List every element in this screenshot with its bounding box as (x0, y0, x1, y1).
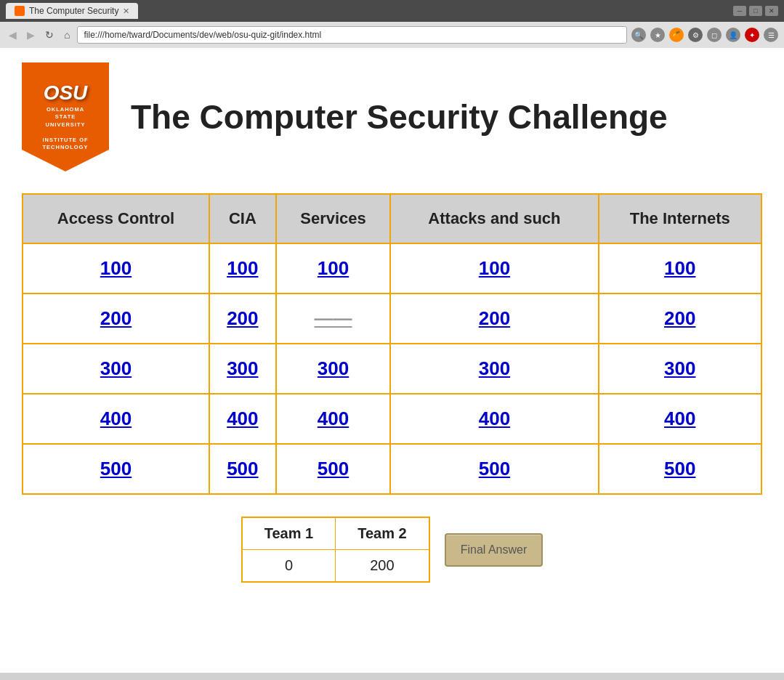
refresh-button[interactable]: ↻ (42, 28, 57, 42)
window-controls: ─ □ ✕ (733, 6, 778, 16)
cell-r2-c1[interactable]: 300 (209, 344, 276, 394)
cell-r0-c2[interactable]: 100 (276, 243, 391, 294)
bookmark-icon[interactable]: ★ (650, 28, 665, 42)
tab-favicon (15, 6, 25, 16)
cell-r2-c3[interactable]: 300 (390, 344, 598, 394)
cell-r0-c4[interactable]: 100 (599, 243, 761, 294)
search-icon[interactable]: 🔍 (631, 28, 646, 42)
title-bar: The Computer Security ✕ ─ □ ✕ (0, 0, 784, 22)
category-4: The Internets (599, 194, 761, 243)
cell-r1-c0[interactable]: 200 (23, 294, 209, 344)
address-bar[interactable] (77, 26, 627, 44)
cell-r4-c1[interactable]: 500 (209, 444, 276, 494)
back-button[interactable]: ◀ (6, 28, 20, 42)
category-0: Access Control (23, 194, 209, 243)
scoreboard-table: Team 1 Team 2 0 200 (241, 517, 430, 583)
minimize-button[interactable]: ─ (733, 6, 746, 16)
table-row: 200200——200200 (23, 294, 761, 344)
table-row: 400400400400400 (23, 394, 761, 444)
university-logo: OSU OKLAHOMASTATEUNIVERSITYINSTITUTE OFT… (22, 62, 109, 171)
close-button[interactable]: ✕ (765, 6, 778, 16)
jeopardy-table: Access ControlCIAServicesAttacks and suc… (22, 193, 762, 495)
browser-tab[interactable]: The Computer Security ✕ (6, 3, 138, 19)
page-title: The Computer Security Challenge (131, 97, 668, 137)
forward-button[interactable]: ▶ (24, 28, 38, 42)
scoreboard-wrapper: Team 1 Team 2 0 200 Final Answer (22, 517, 762, 583)
cell-r4-c0[interactable]: 500 (23, 444, 209, 494)
cell-r2-c2[interactable]: 300 (276, 344, 391, 394)
logo-osu-text: OSU (44, 83, 88, 103)
cell-r2-c4[interactable]: 300 (599, 344, 761, 394)
menu-icon[interactable]: ☰ (764, 28, 778, 42)
tab-title: The Computer Security (29, 6, 118, 16)
nav-bar: ◀ ▶ ↻ ⌂ 🔍 ★ 🍊 ⚙ ◻ 👤 ✦ ☰ (0, 22, 784, 48)
cell-r4-c2[interactable]: 500 (276, 444, 391, 494)
cell-r2-c0[interactable]: 300 (23, 344, 209, 394)
cell-r3-c4[interactable]: 400 (599, 394, 761, 444)
cell-r0-c3[interactable]: 100 (390, 243, 598, 294)
final-answer-button[interactable]: Final Answer (445, 533, 543, 567)
page-header: OSU OKLAHOMASTATEUNIVERSITYINSTITUTE OFT… (22, 62, 762, 171)
category-3: Attacks and such (390, 194, 598, 243)
table-row: 100100100100100 (23, 243, 761, 294)
extension-icon-1[interactable]: 🍊 (669, 28, 684, 42)
page-content: OSU OKLAHOMASTATEUNIVERSITYINSTITUTE OFT… (0, 48, 784, 673)
extension-icon-2[interactable]: ◻ (707, 28, 722, 42)
nav-icons: 🔍 ★ 🍊 ⚙ ◻ 👤 ✦ ☰ (631, 28, 778, 42)
team1-score: 0 (242, 550, 336, 583)
logo-inner: OSU OKLAHOMASTATEUNIVERSITYINSTITUTE OFT… (42, 73, 88, 161)
cell-r4-c4[interactable]: 500 (599, 444, 761, 494)
extension-icon-3[interactable]: ✦ (745, 28, 759, 42)
cell-r3-c3[interactable]: 400 (390, 394, 598, 444)
table-row: 300300300300300 (23, 344, 761, 394)
cell-r3-c1[interactable]: 400 (209, 394, 276, 444)
category-row: Access ControlCIAServicesAttacks and suc… (23, 194, 761, 243)
settings-icon[interactable]: ⚙ (688, 28, 703, 42)
cell-r0-c0[interactable]: 100 (23, 243, 209, 294)
team1-header: Team 1 (242, 517, 336, 550)
logo-tagline: OKLAHOMASTATEUNIVERSITYINSTITUTE OFTECHN… (42, 106, 88, 152)
category-1: CIA (209, 194, 276, 243)
cell-r1-c1[interactable]: 200 (209, 294, 276, 344)
category-2: Services (276, 194, 391, 243)
maximize-button[interactable]: □ (749, 6, 762, 16)
home-button[interactable]: ⌂ (61, 28, 73, 42)
cell-r3-c0[interactable]: 400 (23, 394, 209, 444)
team2-header: Team 2 (336, 517, 429, 550)
cell-r4-c3[interactable]: 500 (390, 444, 598, 494)
table-row: 500500500500500 (23, 444, 761, 494)
team2-score: 200 (336, 550, 429, 583)
cell-r0-c1[interactable]: 100 (209, 243, 276, 294)
profile-icon[interactable]: 👤 (726, 28, 740, 42)
cell-r1-c2: —— (276, 294, 391, 344)
browser-window: The Computer Security ✕ ─ □ ✕ ◀ ▶ ↻ ⌂ 🔍 … (0, 0, 784, 673)
tab-close-button[interactable]: ✕ (123, 7, 129, 16)
cell-r1-c4[interactable]: 200 (599, 294, 761, 344)
cell-r1-c3[interactable]: 200 (390, 294, 598, 344)
cell-r3-c2[interactable]: 400 (276, 394, 391, 444)
